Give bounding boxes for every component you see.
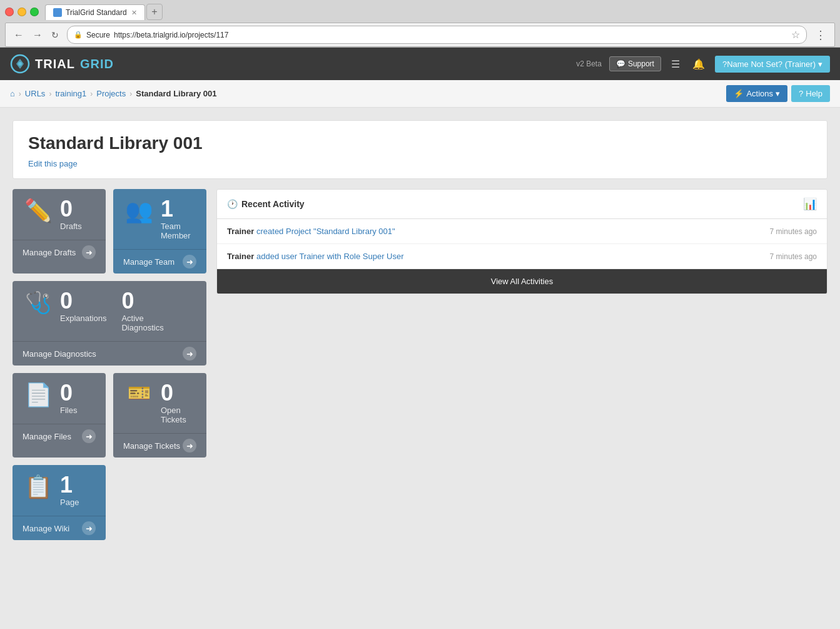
wiki-card-inner: 📋 1 Page	[13, 465, 106, 516]
logo-icon	[10, 54, 30, 74]
urls-link[interactable]: URLs	[25, 89, 46, 98]
breadcrumb-sep-3: ›	[90, 89, 93, 98]
edit-page-link[interactable]: Edit this page	[28, 159, 78, 168]
activity-action-1[interactable]: added user Trainer with Role Super User	[256, 252, 404, 261]
reload-button[interactable]: ↻	[48, 28, 62, 42]
nav-right: v2 Beta 💬 Support ☰ 🔔 ?Name Not Set? (Tr…	[576, 56, 830, 73]
home-link[interactable]: ⌂	[10, 89, 15, 98]
activity-panel: 🕐 Recent Activity 📊 Trainer created Proj…	[216, 189, 827, 540]
user-dropdown[interactable]: ?Name Not Set? (Trainer) ▾	[715, 56, 830, 73]
cards-row-1: ✏️ 0 Drafts Manage Drafts ➜	[13, 189, 206, 274]
tickets-count: 0	[161, 382, 186, 404]
minimize-btn[interactable]	[18, 8, 26, 16]
wiki-count: 1	[60, 474, 79, 496]
team-arrow: ➜	[183, 255, 196, 268]
bell-icon-button[interactable]: 🔔	[690, 56, 707, 73]
team-icon: 👥	[123, 198, 154, 224]
tickets-footer: Manage Tickets ➜	[113, 433, 206, 458]
team-label: Team Member	[161, 222, 196, 240]
team-card[interactable]: 👥 1 Team Member Manage Team ➜	[113, 189, 206, 274]
panel-title-text: Recent Activity	[241, 199, 305, 209]
dropdown-arrow: ▾	[818, 59, 822, 69]
projects-link[interactable]: Projects	[96, 89, 126, 98]
forward-button[interactable]: →	[29, 28, 46, 42]
diagnostics-counts: 0 Explanations 0 Active Diagnostics	[60, 290, 164, 332]
training-link[interactable]: training1	[55, 89, 86, 98]
drafts-info: 0 Drafts	[60, 198, 82, 231]
maximize-btn[interactable]	[30, 8, 39, 16]
explanations-count: 0	[60, 290, 73, 312]
files-count: 0	[60, 382, 77, 404]
activity-user-1: Trainer	[227, 252, 254, 261]
diagnostics-card[interactable]: 🩺 0 Explanations 0 Active Diagnostics	[13, 281, 206, 366]
activity-text-0: Trainer created Project "Standard Librar…	[227, 227, 395, 236]
breadcrumb-sep-1: ›	[19, 89, 21, 98]
wiki-card[interactable]: 📋 1 Page Manage Wiki ➜	[13, 465, 106, 540]
manage-wiki-link[interactable]: Manage Wiki	[23, 524, 69, 533]
activity-item-0: Trainer created Project "Standard Librar…	[217, 219, 827, 244]
wiki-info: 1 Page	[60, 474, 79, 507]
cards-column: ✏️ 0 Drafts Manage Drafts ➜	[13, 189, 206, 540]
breadcrumb-actions: ⚡ Actions ▾ ? Help	[726, 85, 830, 102]
team-count: 1	[161, 198, 196, 220]
help-button[interactable]: ? Help	[791, 85, 830, 102]
browser-controls	[5, 8, 39, 16]
drafts-card[interactable]: ✏️ 0 Drafts Manage Drafts ➜	[13, 189, 106, 274]
breadcrumb-sep-2: ›	[49, 89, 51, 98]
breadcrumb: ⌂ › URLs › training1 › Projects › Standa…	[10, 89, 217, 98]
diagnostics-footer: Manage Diagnostics ➜	[13, 341, 206, 366]
svg-point-1	[18, 62, 22, 66]
team-card-inner: 👥 1 Team Member	[113, 189, 206, 249]
breadcrumb-bar: ⌂ › URLs › training1 › Projects › Standa…	[0, 80, 840, 108]
main-content: Standard Library 001 Edit this page ✏️ 0…	[0, 108, 840, 621]
activity-action-0[interactable]: created Project "Standard Library 001"	[256, 227, 395, 236]
active-tab[interactable]: TrialGrid Standard ✕	[45, 4, 145, 20]
files-info: 0 Files	[60, 382, 77, 415]
tab-close-btn[interactable]: ✕	[131, 9, 137, 17]
manage-team-link[interactable]: Manage Team	[123, 257, 175, 267]
new-tab-button[interactable]: +	[146, 4, 163, 20]
drafts-count: 0	[60, 198, 82, 220]
menu-icon-button[interactable]: ☰	[669, 56, 682, 73]
manage-diagnostics-link[interactable]: Manage Diagnostics	[23, 349, 96, 359]
bookmark-icon[interactable]: ☆	[791, 29, 800, 41]
drafts-label: Drafts	[60, 222, 82, 231]
tickets-arrow: ➜	[183, 439, 196, 453]
page-title: Standard Library 001	[28, 133, 812, 153]
tab-favicon	[53, 8, 62, 17]
back-button[interactable]: ←	[11, 28, 27, 42]
files-card[interactable]: 📄 0 Files Manage Files ➜	[13, 373, 106, 458]
activity-text-1: Trainer added user Trainer with Role Sup…	[227, 252, 404, 261]
drafts-card-inner: ✏️ 0 Drafts	[13, 189, 106, 240]
actions-button[interactable]: ⚡ Actions ▾	[726, 85, 787, 102]
diagnostics-icon: 🩺	[23, 290, 54, 315]
browser-chrome: TrialGrid Standard ✕ + ← → ↻ 🔒 Secure ht…	[0, 0, 840, 48]
top-nav: TRIALGRID v2 Beta 💬 Support ☰ 🔔 ?Name No…	[0, 48, 840, 80]
view-all-activities-button[interactable]: View All Activities	[217, 269, 827, 294]
chart-icon[interactable]: 📊	[803, 197, 817, 211]
breadcrumb-current: Standard Library 001	[136, 89, 216, 98]
manage-drafts-link[interactable]: Manage Drafts	[23, 248, 76, 257]
diagnostics-card-inner: 🩺 0 Explanations 0 Active Diagnostics	[13, 281, 206, 341]
clock-icon: 🕐	[227, 199, 238, 209]
files-footer: Manage Files ➜	[13, 424, 106, 448]
url-bar[interactable]: 🔒 Secure https://beta.trialgrid.io/proje…	[67, 26, 807, 44]
activity-item-1: Trainer added user Trainer with Role Sup…	[217, 244, 827, 269]
beta-badge: v2 Beta	[576, 59, 602, 68]
tickets-card[interactable]: 🎫 0 Open Tickets Manage Tickets ➜	[113, 373, 206, 458]
close-btn[interactable]	[5, 8, 14, 16]
support-button[interactable]: 💬 Support	[609, 56, 661, 71]
user-label: ?Name Not Set? (Trainer)	[722, 59, 816, 69]
activity-panel-box: 🕐 Recent Activity 📊 Trainer created Proj…	[216, 189, 827, 294]
secure-label: Secure	[86, 31, 110, 39]
active-label: Active Diagnostics	[121, 314, 163, 332]
wiki-footer: Manage Wiki ➜	[13, 516, 106, 540]
activity-time-0: 7 minutes ago	[770, 227, 817, 236]
logo: TRIALGRID	[10, 54, 114, 74]
ticket-icon: 🎫	[123, 382, 154, 404]
menu-button[interactable]: ⋮	[812, 27, 829, 43]
manage-files-link[interactable]: Manage Files	[23, 432, 71, 441]
browser-titlebar: TrialGrid Standard ✕ +	[5, 4, 835, 20]
manage-tickets-link[interactable]: Manage Tickets	[123, 441, 180, 451]
url-text[interactable]: https://beta.trialgrid.io/projects/117	[114, 31, 228, 39]
